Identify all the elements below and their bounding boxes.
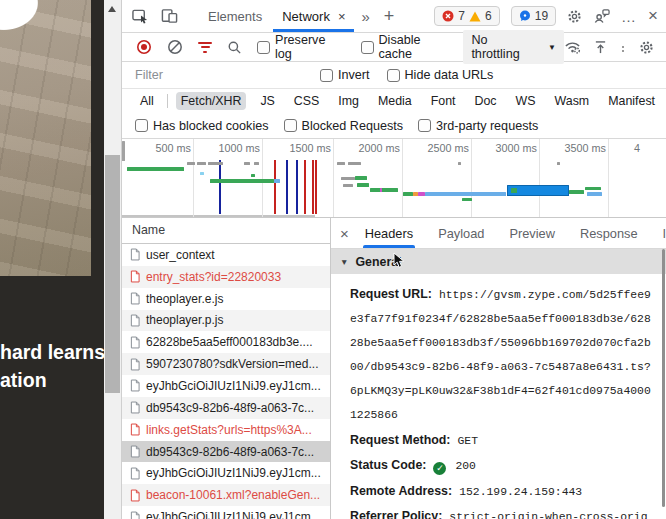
checkbox-box[interactable] — [257, 41, 270, 54]
hide-data-urls-checkbox[interactable]: Hide data URLs — [387, 68, 494, 82]
disclosure-triangle-icon[interactable]: ▼ — [340, 257, 348, 267]
waterfall-bar — [587, 192, 602, 196]
new-tab-icon[interactable]: + — [384, 6, 395, 27]
issues-badge[interactable]: 19 — [511, 6, 556, 26]
page-scrollbar[interactable] — [104, 0, 121, 519]
request-row[interactable]: eyJhbGciOiJIUzI1NiJ9.eyJ1cm... — [122, 462, 330, 484]
general-section-header[interactable]: ▼ General — [331, 249, 666, 274]
filter-chip-all[interactable]: All — [135, 92, 159, 110]
close-devtools-icon[interactable]: × — [648, 6, 658, 26]
request-row[interactable]: 62828be5aa5eff000183db3e.... — [122, 331, 330, 353]
filter-chip-wasm[interactable]: Wasm — [550, 92, 595, 110]
checkbox-box[interactable] — [135, 119, 148, 132]
request-name: eyJhbGciOiJIUzI1NiJ9.eyJ1cm... — [146, 510, 321, 519]
file-icon — [130, 336, 140, 349]
checkbox-has-blocked-cookies[interactable]: Has blocked cookies — [135, 119, 269, 133]
details-scrollbar-thumb[interactable] — [662, 249, 665, 507]
header-field: Request URL:https://gvsm.zype.com/5d25ff… — [350, 282, 651, 426]
request-row[interactable]: db9543c9-82b6-48f9-a063-7c... — [122, 441, 330, 463]
export-har-icon[interactable] — [594, 40, 607, 55]
checkbox-label: Has blocked cookies — [153, 119, 269, 133]
waterfall-bar — [511, 188, 517, 193]
waterfall-bar — [208, 162, 223, 165]
timeline-tick-label: 2000 ms — [359, 142, 400, 154]
timeline-event-line — [315, 160, 317, 214]
name-column-header[interactable]: Name — [122, 218, 330, 244]
search-icon[interactable] — [227, 40, 242, 55]
errors-warnings-badge[interactable]: 7 6 — [434, 6, 499, 26]
record-network-log-icon[interactable] — [136, 39, 152, 55]
scrollbar-thumb[interactable] — [105, 155, 120, 393]
network-settings-gear-icon[interactable] — [639, 40, 654, 55]
request-name: entry_stats?id=22820033 — [146, 270, 281, 284]
timeline-gridline — [333, 139, 334, 217]
detail-tab-payload[interactable]: Payload — [438, 218, 484, 248]
checkbox-box[interactable] — [387, 69, 400, 82]
tab-close-icon[interactable]: × — [338, 9, 346, 24]
devtools-tabbar-right: 7 6 19 … × — [434, 6, 658, 26]
waterfall-bar — [357, 183, 369, 187]
filter-input[interactable] — [135, 68, 303, 82]
more-tabs-icon[interactable]: » — [361, 8, 369, 25]
timeline-event-line — [312, 160, 314, 214]
timeline-tick-label: 4 — [634, 142, 640, 154]
waterfall-bar — [557, 162, 560, 165]
device-toolbar-icon[interactable] — [161, 8, 178, 24]
request-row[interactable]: entry_stats?id=22820033 — [122, 266, 330, 288]
detail-tab-response[interactable]: Response — [580, 218, 638, 248]
close-details-icon[interactable]: × — [340, 225, 349, 242]
filter-chip-manifest[interactable]: Manifest — [603, 92, 660, 110]
request-row[interactable]: theoplayer.e.js — [122, 288, 330, 310]
request-row[interactable]: eyJhbGciOiJIUzI1NiJ9.eyJ1cm... — [122, 375, 330, 397]
checkbox-blocked-requests[interactable]: Blocked Requests — [284, 119, 404, 133]
request-row[interactable]: theoplayer.p.js — [122, 310, 330, 332]
network-overview-timeline[interactable]: 500 ms1000 ms1500 ms2000 ms2500 ms3000 m… — [122, 139, 666, 218]
scrollbar-up-arrow-icon[interactable] — [108, 6, 116, 12]
waterfall-bar — [585, 187, 601, 190]
detail-tab-initiator[interactable]: Initiator — [663, 218, 666, 248]
timeline-gridline — [539, 139, 540, 217]
page-caption: hard learns ation — [0, 338, 104, 394]
file-icon — [130, 270, 140, 283]
filter-chip-css[interactable]: CSS — [289, 92, 324, 110]
settings-gear-icon[interactable] — [567, 9, 582, 24]
detail-tab-headers[interactable]: Headers — [365, 218, 413, 248]
timeline-gridline — [608, 139, 609, 217]
throttling-value: No throttling — [471, 33, 539, 61]
detail-tab-preview[interactable]: Preview — [509, 218, 555, 248]
tab-network[interactable]: Network× — [272, 0, 355, 32]
request-row[interactable]: 5907230780?sdkVersion=med... — [122, 353, 330, 375]
checkbox-box[interactable] — [320, 69, 333, 82]
filter-chip-ws[interactable]: WS — [511, 92, 541, 110]
filter-chip-font[interactable]: Font — [426, 92, 461, 110]
request-row[interactable]: user_context — [122, 244, 330, 266]
clear-network-log-icon[interactable] — [167, 39, 183, 55]
checkbox-box[interactable] — [284, 119, 297, 132]
network-conditions-icon[interactable] — [564, 40, 581, 54]
inspect-element-icon[interactable] — [132, 8, 149, 24]
request-row[interactable]: links.getStats?urls=https%3A... — [122, 419, 330, 441]
checkbox-box[interactable] — [361, 41, 374, 54]
more-options-icon[interactable]: … — [621, 8, 637, 25]
filter-chip-fetch-xhr[interactable]: Fetch/XHR — [176, 92, 247, 110]
disable-cache-checkbox[interactable]: Disable cache — [361, 33, 458, 61]
details-tabbar: × HeadersPayloadPreviewResponseInitiator — [331, 218, 666, 249]
request-row[interactable]: eyJhbGciOiJIUzI1NiJ9.eyJ1cm... — [122, 506, 330, 519]
checkbox-3rd-party-requests[interactable]: 3rd-party requests — [418, 119, 538, 133]
timeline-tick-label: 1500 ms — [290, 142, 331, 154]
filter-chip-doc[interactable]: Doc — [470, 92, 502, 110]
header-field-key: Status Code: — [350, 458, 426, 472]
filter-icon[interactable] — [198, 42, 212, 53]
request-row[interactable]: beacon-10061.xml?enableGen... — [122, 484, 330, 506]
throttling-select[interactable]: No throttling ▼ — [463, 30, 564, 64]
checkbox-box[interactable] — [418, 119, 431, 132]
request-row[interactable]: db9543c9-82b6-48f9-a063-7c... — [122, 397, 330, 419]
filter-chip-js[interactable]: JS — [255, 92, 279, 110]
tab-elements[interactable]: Elements — [198, 0, 272, 32]
invert-checkbox[interactable]: Invert — [320, 68, 370, 82]
feedback-icon[interactable] — [593, 8, 610, 24]
filter-chip-img[interactable]: Img — [333, 92, 364, 110]
preserve-log-checkbox[interactable]: Preserve log — [257, 33, 346, 61]
filter-chip-media[interactable]: Media — [373, 92, 417, 110]
request-name: db9543c9-82b6-48f9-a063-7c... — [146, 401, 314, 415]
